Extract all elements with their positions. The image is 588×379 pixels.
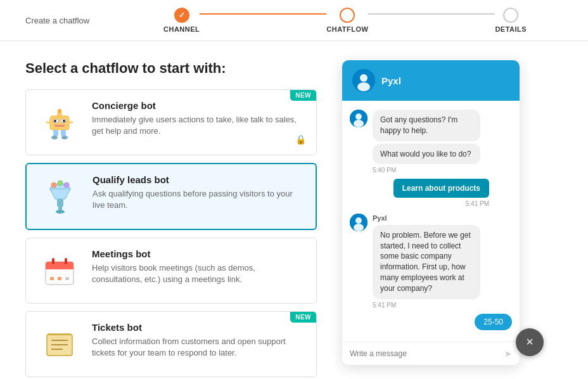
qualify-desc: Ask qualifying questions before passing …: [93, 188, 304, 211]
meetings-title: Meetings bot: [92, 248, 305, 259]
svg-rect-20: [58, 205, 62, 210]
svg-point-38: [355, 113, 362, 120]
msg-bubble-2: What would you like to do?: [373, 144, 480, 165]
badge-new-concierge: NEW: [290, 90, 316, 101]
chat-header: Pyxl: [342, 60, 520, 101]
svg-point-17: [51, 183, 56, 188]
close-fab-button[interactable]: ×: [516, 328, 544, 356]
agent-avatar-1: [350, 110, 368, 127]
svg-rect-0: [50, 116, 69, 130]
concierge-icon: [37, 100, 82, 145]
svg-point-39: [354, 120, 364, 127]
step-label-channel: CHANNEL: [163, 25, 200, 33]
svg-point-35: [360, 74, 368, 82]
svg-point-13: [61, 136, 68, 139]
meetings-content: Meetings bot Help visitors book meetings…: [92, 248, 305, 285]
svg-rect-24: [46, 266, 74, 269]
card-qualify[interactable]: Qualify leads bot Ask qualifying questio…: [25, 163, 317, 230]
agent-avatar-2: [350, 214, 368, 231]
qualify-content: Qualify leads bot Ask qualifying questio…: [93, 174, 304, 211]
chat-agent-name: Pyxl: [381, 75, 401, 86]
msg-bubble-3: No problem. Before we get started, I nee…: [373, 225, 480, 299]
tickets-title: Tickets bot: [92, 322, 305, 333]
svg-rect-6: [58, 112, 61, 117]
breadcrumb: Create a chatflow: [25, 16, 89, 25]
main-content: Select a chatflow to start with: NEW: [0, 41, 588, 379]
svg-rect-28: [50, 277, 54, 280]
svg-point-7: [58, 109, 61, 113]
meetings-icon: [37, 248, 82, 293]
step-circle-chatflow: [340, 8, 355, 23]
send-icon[interactable]: ➤: [504, 349, 512, 359]
right-panel: Pyxl Got any questions? I'm happy to hel…: [342, 60, 563, 379]
badge-new-tickets: NEW: [290, 312, 316, 323]
svg-rect-29: [58, 277, 61, 280]
agent-response-area: Pyxl No problem. Before we get started, …: [350, 214, 512, 299]
step-label-chatflow: CHATFLOW: [326, 25, 368, 33]
svg-point-4: [63, 120, 65, 122]
connector-2: [368, 13, 495, 15]
card-meetings[interactable]: Meetings bot Help visitors book meetings…: [25, 238, 317, 304]
connector-1: [200, 13, 326, 15]
step-channel: ✓ CHANNEL: [163, 8, 200, 33]
svg-rect-30: [65, 277, 69, 280]
lock-icon: 🔒: [295, 134, 306, 145]
concierge-desc: Immediately give users actions to take, …: [92, 114, 305, 137]
agent-name-label: Pyxl: [373, 214, 480, 224]
msg-time-2: 5:41 PM: [350, 200, 512, 207]
svg-point-41: [355, 217, 362, 224]
msg-bubble-1: Got any questions? I'm happy to help.: [373, 110, 480, 141]
top-bar: Create a chatflow ✓ CHANNEL CHATFLOW DET…: [0, 0, 588, 41]
step-circle-channel: ✓: [174, 8, 189, 23]
svg-rect-5: [54, 125, 65, 127]
tickets-content: Tickets bot Collect information from cus…: [92, 322, 305, 359]
svg-rect-10: [53, 130, 58, 136]
concierge-title: Concierge bot: [92, 100, 305, 111]
svg-point-12: [51, 136, 58, 139]
chat-widget: Pyxl Got any questions? I'm happy to hel…: [342, 60, 520, 365]
tickets-icon: [37, 322, 82, 366]
step-chatflow: CHATFLOW: [326, 8, 368, 33]
agent-response-group: Pyxl No problem. Before we get started, …: [373, 214, 480, 299]
svg-rect-11: [61, 130, 66, 136]
svg-point-42: [354, 224, 364, 231]
stepper: ✓ CHANNEL CHATFLOW DETAILS: [127, 8, 563, 33]
msg-time-3: 5:41 PM: [350, 302, 512, 309]
learn-products-button[interactable]: Learn about products: [393, 179, 489, 198]
svg-marker-15: [50, 189, 70, 199]
answer-25-50-button[interactable]: 25-50: [475, 314, 512, 330]
tickets-desc: Collect information from customers and o…: [92, 336, 305, 359]
answer-area: 25-50: [350, 314, 512, 330]
card-tickets[interactable]: NEW Tickets bot Collect information from…: [25, 311, 317, 377]
chat-input-row: ➤: [342, 342, 520, 365]
agent-msg-group: Got any questions? I'm happy to help. Wh…: [373, 110, 480, 164]
qualify-icon: [38, 174, 82, 219]
meetings-desc: Help visitors book meetings (such as dem…: [92, 262, 305, 285]
chat-avatar: [352, 69, 375, 92]
step-details: DETAILS: [495, 8, 527, 33]
user-action-area: Learn about products: [350, 179, 512, 198]
page-title: Select a chatflow to start with:: [25, 60, 317, 77]
svg-point-3: [54, 120, 56, 122]
svg-point-36: [357, 82, 370, 91]
step-label-details: DETAILS: [495, 25, 527, 33]
concierge-content: Concierge bot Immediately give users act…: [92, 100, 305, 137]
svg-rect-25: [52, 258, 54, 264]
chat-input[interactable]: [350, 349, 499, 358]
left-panel: Select a chatflow to start with: NEW: [25, 60, 317, 379]
step-circle-details: [503, 8, 518, 23]
msg-time-1: 5:40 PM: [350, 167, 512, 174]
svg-rect-26: [65, 258, 67, 264]
svg-point-21: [56, 210, 65, 214]
svg-point-18: [58, 181, 63, 186]
qualify-title: Qualify leads bot: [93, 174, 304, 185]
chat-body: Got any questions? I'm happy to help. Wh…: [342, 101, 520, 342]
card-concierge[interactable]: NEW: [25, 89, 317, 155]
agent-first-msgs: Got any questions? I'm happy to help. Wh…: [350, 110, 512, 164]
svg-point-19: [64, 183, 69, 188]
